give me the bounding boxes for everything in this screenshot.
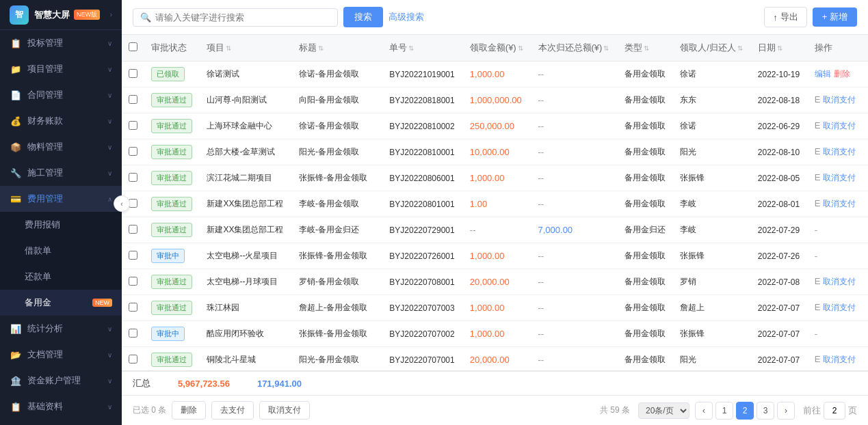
chevron-down-icon: ∨ — [107, 40, 112, 47]
new-button[interactable]: + 新增 — [813, 8, 857, 27]
search-button[interactable]: 搜索 — [343, 7, 383, 27]
row-number: BYJ20220707002 — [382, 321, 463, 347]
sidebar-sub-item-repay[interactable]: 还款单 — [0, 264, 122, 290]
row-date: 2022-07-07 — [751, 321, 808, 347]
sidebar-sub-item-expense-report[interactable]: 费用报销 — [0, 212, 122, 238]
header-return-amount[interactable]: 本次归还总额(¥)⇅ — [531, 35, 618, 61]
sidebar-item-contract[interactable]: 📄 合同管理 ∨ — [0, 82, 122, 108]
row-project: 山河尊-向阳测试 — [200, 87, 291, 113]
header-date[interactable]: 日期⇅ — [751, 35, 808, 61]
sidebar-item-material[interactable]: 📦 物料管理 ∨ — [0, 134, 122, 160]
delete-link[interactable]: 删除 — [834, 69, 850, 79]
row-actions: E取消支付 — [808, 165, 868, 191]
sidebar-item-statistics[interactable]: 📊 统计分析 ∨ — [0, 316, 122, 342]
sidebar-sub-item-borrow[interactable]: 借款单 — [0, 238, 122, 264]
page-jump-input[interactable] — [824, 402, 845, 420]
cancel-pay-link[interactable]: 取消支付 — [823, 95, 856, 105]
row-checkbox[interactable] — [129, 225, 137, 234]
chevron-down-icon: ∨ — [107, 118, 112, 125]
row-title: 向阳-备用金领取 — [292, 87, 382, 113]
row-title: 李岐-备用金领取 — [292, 191, 382, 217]
sidebar-item-construction[interactable]: 🔧 施工管理 ∨ — [0, 160, 122, 186]
row-status: 审批通过 — [144, 295, 200, 321]
prev-page-button[interactable]: ‹ — [695, 402, 713, 420]
row-return-amount: -- — [531, 139, 618, 165]
cancel-pay-link[interactable]: 取消支付 — [823, 355, 856, 364]
sidebar-item-label: 合同管理 — [27, 89, 107, 101]
row-receiver: 阳光 — [673, 139, 751, 165]
row-checkbox[interactable] — [129, 251, 137, 260]
cancel-pay-link[interactable]: 取消支付 — [823, 121, 856, 131]
row-receiver: 李岐 — [673, 191, 751, 217]
sidebar-item-bidding[interactable]: 📋 投标管理 ∨ — [0, 30, 122, 56]
bottom-bar: 已选 0 条 删除 去支付 取消支付 共 59 条 20条/页 10条/页 50… — [122, 395, 868, 425]
row-type: 备用金领取 — [618, 269, 673, 295]
table-row: 审批通过 新建XX集团总部工程 李岐-备用金领取 BYJ20220801001 … — [122, 191, 868, 217]
header-project[interactable]: 项目⇅ — [200, 35, 291, 61]
sidebar-item-basic[interactable]: 📋 基础资料 ∨ — [0, 394, 122, 420]
next-page-button[interactable]: › — [777, 402, 795, 420]
batch-cancel-pay-button[interactable]: 取消支付 — [259, 401, 310, 420]
page-3-button[interactable]: 3 — [757, 402, 774, 420]
sidebar-item-expense[interactable]: 💳 费用管理 ∧ — [0, 186, 122, 212]
header-amount[interactable]: 领取金额(¥)⇅ — [463, 35, 531, 61]
row-number: BYJ20220707003 — [382, 295, 463, 321]
edit-link[interactable]: 编辑 — [815, 69, 831, 79]
data-table: 审批状态 项目⇅ 标题⇅ 单号⇅ 领取金额(¥)⇅ 本次归还总额(¥)⇅ 类型⇅… — [122, 35, 868, 370]
sort-icon: ⇅ — [603, 44, 609, 52]
search-input[interactable] — [155, 12, 330, 23]
table-row: 审批中 太空电梯--火星项目 张振锋-备用金领取 BYJ20220726001 … — [122, 243, 868, 269]
sort-icon: ⇅ — [408, 44, 414, 52]
row-project: 太空电梯--月球项目 — [200, 269, 291, 295]
row-checkbox[interactable] — [129, 69, 137, 78]
page-size-select[interactable]: 20条/页 10条/页 50条/页 — [638, 402, 689, 419]
sidebar-item-finance[interactable]: 💰 财务账款 ∨ — [0, 108, 122, 134]
page-2-button[interactable]: 2 — [736, 402, 754, 420]
cancel-pay-link[interactable]: 取消支付 — [823, 277, 856, 286]
expense-icon: 💳 — [10, 194, 22, 204]
header-title[interactable]: 标题⇅ — [292, 35, 382, 61]
row-checkbox[interactable] — [129, 147, 137, 156]
sub-item-label: 费用报销 — [25, 219, 112, 231]
search-icon: 🔍 — [140, 12, 151, 23]
page-1-button[interactable]: 1 — [715, 402, 733, 420]
advanced-search-button[interactable]: 高级搜索 — [389, 11, 424, 23]
row-checkbox[interactable] — [129, 121, 137, 130]
sidebar-item-cert[interactable]: 🏅 证照管理 ∨ — [0, 420, 122, 425]
sidebar-logo[interactable]: 智 智慧大屏 NEW版 › — [0, 0, 122, 30]
header-type[interactable]: 类型⇅ — [618, 35, 673, 61]
row-amount: 20,000.00 — [463, 347, 531, 371]
row-return-amount: 7,000.00 — [531, 217, 618, 243]
row-checkbox-cell — [122, 61, 144, 87]
sidebar-item-project[interactable]: 📁 项目管理 ∨ — [0, 56, 122, 82]
header-number[interactable]: 单号⇅ — [382, 35, 463, 61]
header-receiver[interactable]: 领取人/归还人⇅ — [673, 35, 751, 61]
sidebar-item-document[interactable]: 📂 文档管理 ∨ — [0, 342, 122, 368]
table-row: 审批通过 珠江林园 詹超上-备用金领取 BYJ20220707003 1,000… — [122, 295, 868, 321]
batch-delete-button[interactable]: 删除 — [172, 401, 206, 420]
row-checkbox[interactable] — [129, 329, 137, 338]
row-checkbox-cell — [122, 269, 144, 295]
batch-pay-button[interactable]: 去支付 — [211, 401, 254, 420]
row-number: BYJ20220801001 — [382, 191, 463, 217]
select-all-checkbox[interactable] — [129, 42, 137, 51]
row-checkbox[interactable] — [129, 95, 137, 104]
row-checkbox[interactable] — [129, 277, 137, 286]
row-checkbox[interactable] — [129, 355, 137, 364]
export-button[interactable]: ↑ 导出 — [764, 7, 807, 27]
row-date: 2022-07-29 — [751, 217, 808, 243]
cancel-pay-link[interactable]: 取消支付 — [823, 303, 856, 312]
row-type: 备用金领取 — [618, 295, 673, 321]
sidebar-item-account[interactable]: 🏦 资金账户管理 ∨ — [0, 368, 122, 394]
row-checkbox[interactable] — [129, 303, 137, 312]
sidebar-collapse-button[interactable]: ‹ — [114, 195, 130, 212]
row-status: 审批通过 — [144, 347, 200, 371]
row-date: 2022-06-29 — [751, 113, 808, 139]
sidebar-collapse-icon[interactable]: › — [110, 11, 112, 18]
sidebar-sub-item-reserve[interactable]: 备用金 NEW — [0, 290, 122, 316]
sort-icon: ⇅ — [518, 44, 523, 52]
cancel-pay-link[interactable]: 取消支付 — [823, 147, 856, 156]
row-checkbox[interactable] — [129, 173, 137, 182]
cancel-pay-link[interactable]: 取消支付 — [823, 199, 856, 208]
cancel-pay-link[interactable]: 取消支付 — [823, 173, 856, 182]
